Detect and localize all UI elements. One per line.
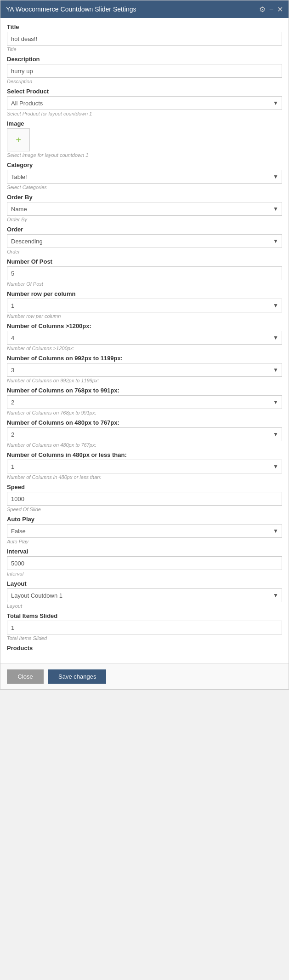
total-items-hint: Total Items Slided	[7, 635, 282, 641]
select-product-hint: Select Product for layout countdown 1	[7, 111, 282, 116]
title-input[interactable]	[7, 32, 282, 46]
layout-hint: Layout	[7, 603, 282, 609]
columns-1200-hint: Number of Columns >1200px:	[7, 346, 282, 351]
columns-992-select[interactable]: 3	[7, 363, 282, 377]
products-label: Products	[7, 645, 282, 651]
number-of-post-input[interactable]	[7, 266, 282, 280]
columns-480less-group: Number of Columns in 480px or less than:…	[7, 451, 282, 480]
settings-footer: Close Save changes	[0, 663, 289, 689]
select-product-label: Select Product	[7, 88, 282, 95]
columns-992-label: Number of Columns on 992px to 1199px:	[7, 355, 282, 362]
columns-1200-group: Number of Columns >1200px: 4 ▼ Number of…	[7, 323, 282, 351]
total-items-input[interactable]	[7, 621, 282, 634]
settings-window: YA Woocommerce Countdown Slider Settings…	[0, 0, 289, 690]
titlebar: YA Woocommerce Countdown Slider Settings…	[0, 0, 289, 18]
columns-768-select[interactable]: 2	[7, 395, 282, 409]
title-label: Title	[7, 23, 282, 30]
columns-480less-wrapper: 1 ▼	[7, 460, 282, 473]
select-product-group: Select Product All Products ▼ Select Pro…	[7, 88, 282, 116]
minimize-icon[interactable]: −	[269, 5, 273, 13]
autoplay-wrapper: False ▼	[7, 524, 282, 538]
interval-field-group: Interval Interval	[7, 548, 282, 576]
number-row-hint: Number row per column	[7, 313, 282, 319]
layout-select[interactable]: Layout Coutdown 1	[7, 588, 282, 602]
order-field-group: Order Descending ▼ Order	[7, 226, 282, 254]
columns-1200-select[interactable]: 4	[7, 331, 282, 345]
columns-480-select[interactable]: 2	[7, 427, 282, 441]
layout-field-group: Layout Layout Coutdown 1 ▼ Layout	[7, 580, 282, 609]
order-by-label: Order By	[7, 194, 282, 201]
columns-480-hint: Number of Columns on 480px to 767px:	[7, 442, 282, 448]
columns-480-group: Number of Columns on 480px to 767px: 2 ▼…	[7, 419, 282, 448]
autoplay-field-group: Auto Play False ▼ Auto Play	[7, 516, 282, 544]
total-items-field-group: Total Items Slided Total Items Slided	[7, 612, 282, 641]
select-product-wrapper: All Products ▼	[7, 96, 282, 110]
number-row-select[interactable]: 1	[7, 299, 282, 312]
order-by-hint: Order By	[7, 217, 282, 222]
number-of-post-label: Number Of Post	[7, 258, 282, 265]
products-field-group: Products	[7, 645, 282, 651]
layout-label: Layout	[7, 580, 282, 587]
speed-input[interactable]	[7, 492, 282, 506]
select-product-select[interactable]: All Products	[7, 96, 282, 110]
order-select[interactable]: Descending	[7, 234, 282, 248]
description-label: Description	[7, 56, 282, 63]
columns-480-label: Number of Columns on 480px to 767px:	[7, 419, 282, 426]
columns-480-wrapper: 2 ▼	[7, 427, 282, 441]
order-by-select[interactable]: Name	[7, 202, 282, 216]
order-hint: Order	[7, 249, 282, 254]
save-button[interactable]: Save changes	[48, 669, 106, 684]
order-by-field-group: Order By Name ▼ Order By	[7, 194, 282, 222]
number-row-label: Number row per column	[7, 290, 282, 297]
description-field-group: Description Description	[7, 56, 282, 84]
category-field-group: Category Table! ▼ Select Categories	[7, 161, 282, 190]
columns-992-group: Number of Columns on 992px to 1199px: 3 …	[7, 355, 282, 383]
columns-768-wrapper: 2 ▼	[7, 395, 282, 409]
number-of-post-hint: Number Of Post	[7, 281, 282, 287]
description-hint: Description	[7, 79, 282, 84]
image-hint: Select image for layout countdown 1	[7, 152, 282, 158]
image-label: Image	[7, 120, 282, 127]
image-upload-box[interactable]: +	[7, 128, 30, 151]
columns-768-label: Number of Columns on 768px to 991px:	[7, 387, 282, 394]
description-input[interactable]	[7, 64, 282, 78]
window-title: YA Woocommerce Countdown Slider Settings	[6, 6, 136, 13]
order-by-wrapper: Name ▼	[7, 202, 282, 216]
title-field-group: Title Title	[7, 23, 282, 52]
order-wrapper: Descending ▼	[7, 234, 282, 248]
total-items-label: Total Items Slided	[7, 612, 282, 619]
columns-480less-hint: Number of Columns in 480px or less than:	[7, 474, 282, 480]
category-label: Category	[7, 161, 282, 168]
number-row-wrapper: 1 ▼	[7, 299, 282, 312]
window-controls: ⚙ − ✕	[259, 5, 283, 14]
number-row-group: Number row per column 1 ▼ Number row per…	[7, 290, 282, 319]
layout-wrapper: Layout Coutdown 1 ▼	[7, 588, 282, 602]
interval-input[interactable]	[7, 556, 282, 570]
interval-hint: Interval	[7, 571, 282, 576]
columns-1200-wrapper: 4 ▼	[7, 331, 282, 345]
category-wrapper: Table! ▼	[7, 170, 282, 184]
order-label: Order	[7, 226, 282, 233]
close-window-icon[interactable]: ✕	[277, 5, 283, 14]
category-hint: Select Categories	[7, 184, 282, 190]
autoplay-label: Auto Play	[7, 516, 282, 523]
settings-content: Title Title Description Description Sele…	[0, 18, 289, 660]
columns-992-hint: Number of Columns on 992px to 1199px:	[7, 378, 282, 383]
columns-480less-select[interactable]: 1	[7, 460, 282, 473]
columns-768-hint: Number of Columns on 768px to 991px:	[7, 410, 282, 415]
speed-hint: Speed Of Slide	[7, 507, 282, 512]
close-button[interactable]: Close	[7, 669, 44, 684]
image-field-group: Image + Select image for layout countdow…	[7, 120, 282, 158]
interval-label: Interval	[7, 548, 282, 555]
category-select[interactable]: Table!	[7, 170, 282, 184]
columns-1200-label: Number of Columns >1200px:	[7, 323, 282, 329]
image-plus-icon: +	[16, 135, 21, 144]
autoplay-hint: Auto Play	[7, 539, 282, 544]
number-of-post-group: Number Of Post Number Of Post	[7, 258, 282, 287]
gear-icon[interactable]: ⚙	[259, 5, 266, 14]
autoplay-select[interactable]: False	[7, 524, 282, 538]
speed-label: Speed	[7, 484, 282, 490]
columns-768-group: Number of Columns on 768px to 991px: 2 ▼…	[7, 387, 282, 415]
columns-480less-label: Number of Columns in 480px or less than:	[7, 451, 282, 458]
title-hint: Title	[7, 46, 282, 52]
